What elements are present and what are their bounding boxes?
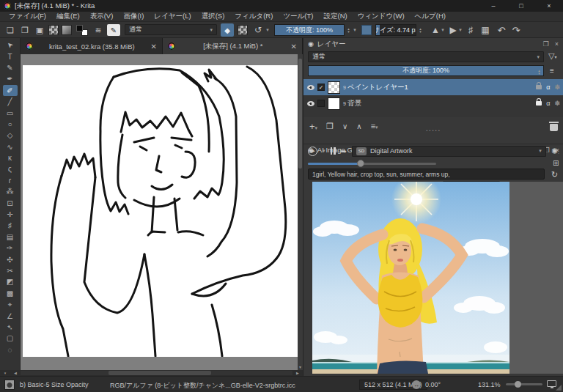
layer-alpha-icon[interactable]: α xyxy=(546,100,550,107)
float-docker-icon[interactable]: ❐ xyxy=(543,40,549,48)
canvas-rotation-icon[interactable]: ↔ xyxy=(412,380,421,389)
tool-color-sampler[interactable]: ✑ xyxy=(3,243,18,254)
tool-polyline[interactable]: ∿ xyxy=(3,141,18,152)
layer-lock-icon[interactable] xyxy=(536,101,542,106)
scroll-down-icon[interactable]: ▼ xyxy=(298,363,303,370)
tool-line[interactable]: ╱ xyxy=(3,96,18,107)
crop-frame-icon[interactable]: ♯ xyxy=(465,24,476,36)
undo-icon[interactable]: ↶ xyxy=(496,24,507,36)
vertical-scrollbar[interactable]: ▼ xyxy=(298,54,303,370)
layer-visible-icon[interactable] xyxy=(307,85,314,90)
menu-window[interactable]: ウィンドウ(W) xyxy=(353,12,409,21)
layer-opacity-spinner[interactable]: ▴▾ xyxy=(536,66,542,76)
tool-move[interactable]: ✛ xyxy=(3,209,18,220)
tool-ellipse-select[interactable]: ◌ xyxy=(3,344,18,355)
tool-bezier-select[interactable]: κ xyxy=(3,152,18,163)
preserve-alpha-toggle[interactable] xyxy=(238,25,248,35)
tool-measure[interactable]: ∠ xyxy=(3,310,18,321)
reload-dropdown-arrow[interactable]: ▾ xyxy=(265,24,271,36)
layer-list-menu-icon[interactable]: ≡ xyxy=(550,67,554,75)
pattern-chooser[interactable] xyxy=(48,25,59,35)
menu-tools[interactable]: ツール(T) xyxy=(279,12,317,21)
mirror-h-dropdown-arrow[interactable]: ▾ xyxy=(440,24,446,36)
layer-inherit-alpha-icon[interactable]: ✽ xyxy=(554,100,560,107)
zoom-slider[interactable] xyxy=(506,383,542,385)
tool-rect-select[interactable]: ▢ xyxy=(3,333,18,344)
generate-play-button[interactable]: ▶ xyxy=(308,147,317,156)
layer-checkbox[interactable] xyxy=(317,100,325,107)
save-icon[interactable]: ▣ xyxy=(34,24,45,36)
open-document-icon[interactable]: ❐ xyxy=(19,24,31,36)
tool-edit-shapes[interactable]: ✎ xyxy=(3,62,18,73)
layer-blend-mode-dropdown[interactable]: 通常▾ xyxy=(308,51,544,62)
close-docker-icon[interactable]: × xyxy=(555,40,559,48)
layer-row-background[interactable]: 9 背景 α ✽ xyxy=(303,95,563,111)
tool-rectangle[interactable]: ▭ xyxy=(3,107,18,118)
layer-alpha-icon[interactable]: α xyxy=(546,84,550,91)
horizontal-scrollbar[interactable] xyxy=(21,371,292,375)
tool-reference-images[interactable]: ➴ xyxy=(3,322,18,333)
size-slider[interactable]: サイズ: 4.74 px xyxy=(375,24,416,36)
tab-krita-test-02[interactable]: krita_test_02.kra (35.8 MiB) ✕ xyxy=(21,38,163,54)
layer-inherit-alpha-icon[interactable]: ✽ xyxy=(554,84,560,91)
layer-lock-icon[interactable] xyxy=(536,85,542,89)
ai-settings-gear-icon[interactable]: ✺. xyxy=(551,147,559,156)
tool-calligraphy[interactable]: ✒ xyxy=(3,73,18,84)
layers-docker-header[interactable]: ◉ レイヤー ❐ × xyxy=(303,38,563,50)
tool-transform-select[interactable]: ➤ xyxy=(3,40,18,51)
document-canvas[interactable] xyxy=(23,65,298,357)
tool-smart-patch[interactable]: ✂ xyxy=(3,265,18,276)
layer-thumbnail[interactable] xyxy=(328,97,340,110)
tool-dynamic-brush[interactable]: ɾ xyxy=(3,175,18,186)
layer-checkbox[interactable]: ✓ xyxy=(317,84,325,91)
tool-freehand-brush[interactable]: ✐ xyxy=(3,85,18,96)
regenerate-icon[interactable]: ↻ xyxy=(551,170,558,180)
menu-select[interactable]: 選択(S) xyxy=(197,12,229,21)
menu-edit[interactable]: 編集(E) xyxy=(52,12,84,21)
layer-filter-icon[interactable]: ▽▾ xyxy=(548,51,556,61)
maximize-button[interactable]: □ xyxy=(507,0,535,12)
mirror-v-dropdown-arrow[interactable]: ▾ xyxy=(457,24,463,36)
brush-preset-icon[interactable] xyxy=(4,380,15,390)
scroll-right-icon[interactable]: ▶ xyxy=(292,370,303,376)
tool-polygon[interactable]: ◇ xyxy=(3,130,18,141)
canvas-area[interactable]: ▼ xyxy=(21,54,303,370)
scroll-left-icon[interactable]: ◀ xyxy=(10,370,21,376)
tool-ellipse[interactable]: ○ xyxy=(3,119,18,130)
prompt-input[interactable]: 1girl, Yellow hair, crop top, sun, summe… xyxy=(308,169,545,180)
tool-crop[interactable]: ♯ xyxy=(3,220,18,231)
tool-text[interactable]: T xyxy=(3,51,18,62)
tab-close-icon[interactable]: ✕ xyxy=(291,42,297,51)
close-button[interactable]: × xyxy=(535,0,563,12)
layer-row-paint-layer-1[interactable]: ✓ 9 ペイントレイヤー1 α ✽ xyxy=(303,79,563,95)
strength-slider[interactable] xyxy=(308,163,436,165)
queue-button[interactable]: ➥ xyxy=(341,147,347,155)
menu-view[interactable]: 表示(V) xyxy=(86,12,118,21)
opacity-slider[interactable]: 不透明度: 100% xyxy=(274,24,345,36)
menu-settings[interactable]: 設定(N) xyxy=(319,12,351,21)
menu-filter[interactable]: フィルタ(R) xyxy=(230,12,277,21)
tool-freehand-path[interactable]: ς xyxy=(3,163,18,174)
toolbox-overflow-icon[interactable]: ▾ xyxy=(0,370,10,376)
tool-assistants[interactable]: ⌖ xyxy=(3,299,18,310)
redo-icon[interactable]: ↷ xyxy=(510,24,522,36)
brush-option-icon[interactable]: ≋ xyxy=(92,24,104,36)
tab-close-icon[interactable]: ✕ xyxy=(151,42,157,51)
new-document-icon[interactable]: ❏ xyxy=(4,24,16,36)
play-dropdown-arrow[interactable]: ▾ xyxy=(323,148,325,154)
pause-button[interactable] xyxy=(331,147,336,155)
eraser-toggle[interactable]: ◆ xyxy=(221,23,234,37)
batch-cube-icon[interactable]: ⊞ xyxy=(553,159,559,167)
opacity-spinner[interactable]: ▴▾ xyxy=(345,24,352,36)
menu-layer[interactable]: レイヤー(L) xyxy=(150,12,195,21)
layer-visible-icon[interactable] xyxy=(307,101,314,106)
menu-help[interactable]: ヘルプ(H) xyxy=(411,12,450,21)
style-preset-dropdown[interactable]: SD Digital Artwork▾ xyxy=(352,146,546,157)
menu-file[interactable]: ファイル(F) xyxy=(4,12,51,21)
tool-pattern-edit[interactable]: ✣ xyxy=(3,254,18,265)
tool-enclose-fill[interactable]: ▩ xyxy=(3,288,18,299)
toolbar-color-swatch[interactable] xyxy=(361,25,372,35)
tool-gradient[interactable]: ▤ xyxy=(3,232,18,243)
fit-screen-icon[interactable] xyxy=(547,380,556,387)
animation-frame-icon[interactable]: ▦ xyxy=(479,24,491,36)
